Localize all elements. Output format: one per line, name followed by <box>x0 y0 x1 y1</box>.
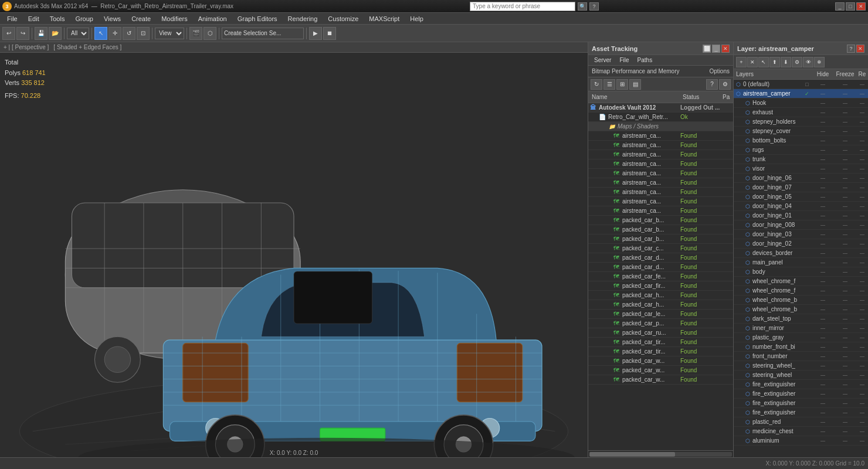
layer-row-stepney-cover[interactable]: ⬡ stepney_cover — — — <box>734 127 868 136</box>
layer-row-door-hinge-07[interactable]: ⬡ door_hinge_07 — — — <box>734 183 868 192</box>
asset-row-packed-d1[interactable]: 🗺 packed_car_d... Found <box>588 253 733 263</box>
asset-row-map-5[interactable]: 🗺 airstream_ca... Found <box>588 169 733 178</box>
layer-row-door-hinge-008[interactable]: ⬡ door_hinge_008 — — — <box>734 220 868 230</box>
layer-row-wheel-chrome-b2[interactable]: ⬡ wheel_chrome_b — — — <box>734 305 868 314</box>
render-btn[interactable]: 🎬 <box>189 27 202 40</box>
layers-select-btn[interactable]: ↖ <box>758 57 769 67</box>
layer-row-door-hinge-04[interactable]: ⬡ door_hinge_04 — — — <box>734 202 868 211</box>
layer-row-bottom-bolts[interactable]: ⬡ bottom_bolts — — — <box>734 136 868 145</box>
asset-reload-btn[interactable]: ↻ <box>591 79 602 90</box>
layer-row-steering-wheel-2[interactable]: ⬡ steering_wheel — — — <box>734 371 868 380</box>
viewport-canvas[interactable]: Total Polys 618 741 Verts 335 812 FPS: 7… <box>0 53 588 457</box>
layers-hide-btn[interactable]: 👁 <box>803 57 813 67</box>
menu-tools[interactable]: Tools <box>45 14 70 23</box>
menu-maxscript[interactable]: MAXScript <box>364 14 404 23</box>
layer-row-visor[interactable]: ⬡ visor — — — <box>734 164 868 174</box>
asset-settings-btn[interactable]: ⚙ <box>719 79 731 90</box>
asset-row-maps-section[interactable]: 📁 Maps / Shaders <box>588 122 733 131</box>
layer-row-medicine-chest[interactable]: ⬡ medicine_chest — — — <box>734 427 868 436</box>
asset-row-packed-b3[interactable]: 🗺 packed_car_b... Found <box>588 235 733 244</box>
layer-row-body[interactable]: ⬡ body — — — <box>734 267 868 277</box>
material-btn[interactable]: ⬡ <box>204 27 216 40</box>
asset-row-packed-w1[interactable]: 🗺 packed_car_w... Found <box>588 356 733 366</box>
layer-row-trunk[interactable]: ⬡ trunk — — — <box>734 155 868 164</box>
playback-btn[interactable]: ▶ <box>309 27 322 40</box>
help-btn[interactable]: ? <box>589 2 599 11</box>
select-btn[interactable]: ↖ <box>94 27 107 40</box>
menu-create[interactable]: Create <box>127 14 155 23</box>
move-btn[interactable]: ✛ <box>108 27 121 40</box>
layer-row-airstream[interactable]: ⬡ airstream_camper ✓ — — — <box>734 89 868 98</box>
layer-row-stepney-holders[interactable]: ⬡ stepney_holders — — — <box>734 117 868 127</box>
layers-help-btn[interactable]: ? <box>847 45 855 53</box>
filter-select[interactable]: All <box>67 28 89 39</box>
layer-row-front-number[interactable]: ⬡ front_number — — — <box>734 352 868 361</box>
menu-help[interactable]: Help <box>405 14 428 23</box>
asset-row-map-4[interactable]: 🗺 airstream_ca... Found <box>588 159 733 169</box>
asset-row-packed-d2[interactable]: 🗺 packed_car_d... Found <box>588 263 733 272</box>
layers-freeze-btn[interactable]: ❄ <box>814 57 825 67</box>
search-btn[interactable]: 🔍 <box>578 2 587 11</box>
layer-row-plastic-red[interactable]: ⬡ plastic_red — — — <box>734 417 868 427</box>
selection-set-input[interactable] <box>222 28 304 39</box>
viewport-select[interactable]: View <box>155 28 184 39</box>
asset-row-map-2[interactable]: 🗺 airstream_ca... Found <box>588 141 733 150</box>
asset-row-packed-le[interactable]: 🗺 packed_car_le... Found <box>588 310 733 319</box>
menu-animation[interactable]: Animation <box>194 14 232 23</box>
asset-row-map-8[interactable]: 🗺 airstream_ca... Found <box>588 197 733 206</box>
layer-row-door-hinge-03[interactable]: ⬡ door_hinge_03 — — — <box>734 230 868 239</box>
layers-down-btn[interactable]: ⬇ <box>781 57 791 67</box>
asset-row-packed-w2[interactable]: 🗺 packed_car_w... Found <box>588 366 733 375</box>
menu-modifiers[interactable]: Modifiers <box>157 14 192 23</box>
asset-row-map-6[interactable]: 🗺 airstream_ca... Found <box>588 178 733 188</box>
scale-btn[interactable]: ⊡ <box>137 27 150 40</box>
asset-row-packed-fe[interactable]: 🗺 packed_car_fe... Found <box>588 272 733 281</box>
asset-close-btn[interactable]: ✕ <box>721 45 730 53</box>
menu-file[interactable]: File <box>2 14 22 23</box>
asset-row-packed-h2[interactable]: 🗺 packed_car_h... Found <box>588 300 733 310</box>
asset-minimize-btn[interactable]: _ <box>712 45 720 53</box>
asset-row-map-1[interactable]: 🗺 airstream_ca... Found <box>588 131 733 141</box>
layers-new-btn[interactable]: + <box>736 57 747 67</box>
asset-detail-btn[interactable]: ▤ <box>629 79 641 90</box>
layer-row-steering-wheel-1[interactable]: ⬡ steering_wheel_ — — — <box>734 361 868 371</box>
asset-help-btn[interactable]: ? <box>706 79 718 90</box>
open-btn[interactable]: 📂 <box>49 27 62 40</box>
layer-row-rugs[interactable]: ⬡ rugs — — — <box>734 145 868 155</box>
asset-row-packed-c[interactable]: 🗺 packed_car_c... Found <box>588 244 733 253</box>
layers-close-btn[interactable]: ✕ <box>856 45 864 53</box>
layer-row-door-hinge-01[interactable]: ⬡ door_hinge_01 — — — <box>734 211 868 220</box>
layer-row-wheel-chrome-f2[interactable]: ⬡ wheel_chrome_f — — — <box>734 286 868 295</box>
asset-row-map-9[interactable]: 🗺 airstream_ca... Found <box>588 206 733 216</box>
layer-row-wheel-chrome-b1[interactable]: ⬡ wheel_chrome_b — — — <box>734 295 868 305</box>
asset-menu-file[interactable]: File <box>616 56 632 64</box>
layer-row-number-front-bi[interactable]: ⬡ number_front_bi — — — <box>734 342 868 352</box>
layer-row-aluminium[interactable]: ⬡ aluminium — — — <box>734 436 868 446</box>
layers-delete-btn[interactable]: ✕ <box>747 57 758 67</box>
layer-row-exhaust[interactable]: ⬡ exhaust — — — <box>734 108 868 117</box>
layer-row-dark-steel-top[interactable]: ⬡ dark_steel_top — — — <box>734 314 868 324</box>
layer-row-fire-ext-1[interactable]: ⬡ fire_extinguisher — — — <box>734 380 868 389</box>
menu-graph-editors[interactable]: Graph Editors <box>233 14 282 23</box>
layer-row-door-hinge-06[interactable]: ⬡ door_hinge_06 — — — <box>734 174 868 183</box>
asset-list-btn[interactable]: ☰ <box>603 79 615 90</box>
asset-menu-paths[interactable]: Paths <box>634 56 656 64</box>
asset-list[interactable]: 🏛 Autodesk Vault 2012 Logged Out ... 📄 R… <box>588 103 733 450</box>
layer-row-wheel-chrome-f1[interactable]: ⬡ wheel_chrome_f — — — <box>734 277 868 286</box>
menu-views[interactable]: Views <box>99 14 126 23</box>
asset-menu-server[interactable]: Server <box>591 56 615 64</box>
asset-row-packed-b2[interactable]: 🗺 packed_car_b... Found <box>588 225 733 235</box>
menu-group[interactable]: Group <box>70 14 98 23</box>
layer-row-fire-ext-3[interactable]: ⬡ fire_extinguisher — — — <box>734 399 868 408</box>
layer-row-fire-ext-4[interactable]: ⬡ fire_extinguisher — — — <box>734 408 868 417</box>
layers-settings-btn[interactable]: ⚙ <box>792 57 802 67</box>
layer-row-default[interactable]: ⬡ 0 (default) □ — — — <box>734 80 868 89</box>
rotate-btn[interactable]: ↺ <box>123 27 135 40</box>
asset-row-retro-car[interactable]: 📄 Retro_Car_with_Retr... Ok <box>588 113 733 122</box>
asset-row-packed-fir[interactable]: 🗺 packed_car_fir... Found <box>588 281 733 291</box>
asset-row-packed-b1[interactable]: 🗺 packed_car_b... Found <box>588 216 733 225</box>
menu-edit[interactable]: Edit <box>23 14 44 23</box>
asset-scrollbar[interactable] <box>588 450 733 457</box>
layer-row-inner-mirror[interactable]: ⬡ inner_mirror — — — <box>734 324 868 333</box>
redo-btn[interactable]: ↪ <box>16 27 29 40</box>
